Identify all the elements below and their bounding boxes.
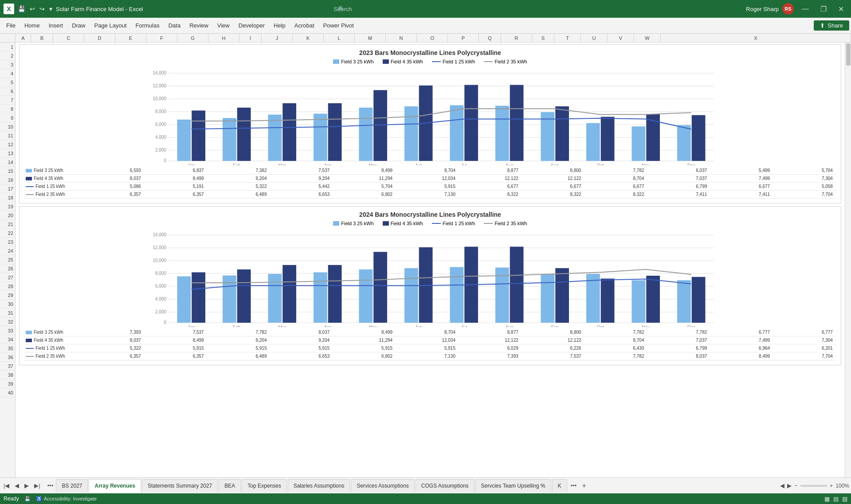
tab-services[interactable]: Services Assumptions — [351, 479, 414, 492]
search-input[interactable] — [333, 6, 555, 12]
col-header-c[interactable]: C — [53, 34, 84, 42]
dropdown-button[interactable]: ▾ — [48, 4, 53, 13]
tab-cogs[interactable]: COGS Assumptions — [416, 479, 475, 492]
col-header-j[interactable]: J — [262, 34, 293, 42]
zoom-in-button[interactable]: + — [830, 482, 833, 489]
svg-text:2,000: 2,000 — [155, 309, 166, 314]
save-button[interactable]: 💾 — [17, 4, 26, 13]
svg-rect-34 — [450, 105, 464, 161]
col-header-q[interactable]: Q — [479, 34, 501, 42]
menu-home[interactable]: Home — [20, 20, 44, 31]
field2-line-icon — [26, 194, 34, 195]
tab-bs-2027[interactable]: BS 2027 — [56, 479, 88, 492]
col-header-x[interactable]: X — [661, 34, 851, 42]
normal-view-button[interactable]: ▦ — [824, 496, 830, 502]
col-header-d[interactable]: D — [84, 34, 115, 42]
col-header-l[interactable]: L — [324, 34, 355, 42]
col-header-b[interactable]: B — [31, 34, 53, 42]
row-21: 21 — [0, 220, 15, 229]
minimize-button[interactable]: — — [798, 3, 812, 15]
tab-prev-button[interactable]: ◀ — [13, 481, 21, 490]
tab-next-button[interactable]: ▶ — [23, 481, 31, 490]
col-header-w[interactable]: W — [634, 34, 661, 42]
col-header-h[interactable]: H — [208, 34, 239, 42]
legend2-field3-25-label: Field 3 25 kWh — [341, 221, 373, 226]
row-8: 8 — [0, 105, 15, 113]
menu-view[interactable]: View — [213, 20, 234, 31]
zoom-slider[interactable] — [800, 485, 827, 487]
col-header-i[interactable]: I — [239, 34, 262, 42]
svg-rect-47 — [510, 85, 524, 161]
svg-text:Aug: Aug — [506, 325, 514, 327]
svg-text:8,000: 8,000 — [155, 109, 166, 114]
chart-2024-title: 2024 Bars Monocrystalline Lines Polycrys… — [24, 211, 836, 218]
svg-text:14,000: 14,000 — [153, 70, 166, 75]
col-header-t[interactable]: T — [554, 34, 581, 42]
scrollbar-thumb[interactable] — [846, 43, 851, 66]
menu-formulas[interactable]: Formulas — [131, 20, 164, 31]
menu-review[interactable]: Review — [185, 20, 213, 31]
more-sheets-button[interactable]: ••• — [568, 481, 580, 490]
page-break-view-button[interactable]: ▧ — [842, 496, 847, 502]
menu-power-pivot[interactable]: Power Pivot — [319, 20, 358, 31]
col-header-r[interactable]: R — [501, 34, 532, 42]
field4-2024-bar-icon — [26, 339, 32, 342]
col-header-s[interactable]: S — [532, 34, 554, 42]
vertical-scrollbar[interactable] — [845, 43, 851, 477]
share-button[interactable]: ⬆ Share — [814, 20, 849, 31]
col-header-p[interactable]: P — [448, 34, 479, 42]
col-header-u[interactable]: U — [581, 34, 608, 42]
menu-developer[interactable]: Developer — [234, 20, 269, 31]
row-17: 17 — [0, 184, 15, 193]
menu-data[interactable]: Data — [164, 20, 185, 31]
col-header-g[interactable]: G — [177, 34, 208, 42]
redo-button[interactable]: ↪ — [39, 4, 46, 13]
menu-page-layout[interactable]: Page Layout — [90, 20, 131, 31]
menu-draw[interactable]: Draw — [67, 20, 90, 31]
tab-top-expenses[interactable]: Top Expenses — [242, 479, 286, 492]
col-header-k[interactable]: K — [293, 34, 324, 42]
page-layout-view-button[interactable]: ▤ — [833, 496, 839, 502]
col-header-f[interactable]: F — [146, 34, 177, 42]
col-header-o[interactable]: O — [417, 34, 448, 42]
tab-first-button[interactable]: |◀ — [2, 481, 11, 490]
tab-salaries[interactable]: Salaries Assumptions — [288, 479, 350, 492]
menu-file[interactable]: File — [2, 20, 20, 31]
close-button[interactable]: ✕ — [835, 3, 847, 15]
row-31: 31 — [0, 309, 15, 317]
svg-rect-93 — [237, 270, 251, 323]
zoom-out-button[interactable]: − — [794, 482, 798, 489]
row-3: 3 — [0, 60, 15, 69]
chart-2023-label-field3: Field 3 25 kWh — [24, 168, 82, 173]
tab-bea[interactable]: BEA — [219, 479, 241, 492]
tab-statements-summary[interactable]: Statements Summary 2027 — [142, 479, 218, 492]
tab-last-button[interactable]: ▶| — [32, 481, 42, 490]
chart-2024-row-field4: Field 4 35 kWh 8,037 8,499 9,204 9,204 1… — [24, 336, 836, 344]
tab-more-button[interactable]: ••• — [45, 481, 56, 490]
menu-help[interactable]: Help — [269, 20, 290, 31]
tab-array-revenues[interactable]: Array Revenues — [89, 479, 141, 492]
undo-button[interactable]: ↩ — [29, 4, 36, 13]
row-11: 11 — [0, 131, 15, 140]
svg-rect-80 — [177, 276, 191, 323]
restore-button[interactable]: ❐ — [817, 3, 830, 15]
sheet-nav-next[interactable]: ▶ — [787, 482, 792, 489]
svg-text:Mar: Mar — [278, 325, 286, 327]
add-sheet-button[interactable]: + — [579, 481, 588, 491]
row-20: 20 — [0, 211, 15, 220]
col-header-v[interactable]: V — [608, 34, 634, 42]
accessibility-text: Accessibility: Investigate — [44, 496, 97, 501]
tab-k[interactable]: K — [552, 479, 567, 492]
share-label: Share — [827, 22, 843, 29]
col-header-e[interactable]: E — [115, 34, 146, 42]
sheet-nav-prev[interactable]: ◀ — [780, 482, 784, 489]
menu-acrobat[interactable]: Acrobat — [290, 20, 319, 31]
chart-2023-label-field1: Field 1 25 kWh — [24, 184, 82, 189]
svg-text:Feb: Feb — [233, 163, 241, 165]
row-28: 28 — [0, 282, 15, 291]
menu-insert[interactable]: Insert — [44, 20, 68, 31]
col-header-a[interactable]: A — [16, 34, 31, 42]
col-header-n[interactable]: N — [386, 34, 417, 42]
tab-servcies-upselling[interactable]: Servcies Team Upselling % — [475, 479, 551, 492]
col-header-m[interactable]: M — [355, 34, 386, 42]
